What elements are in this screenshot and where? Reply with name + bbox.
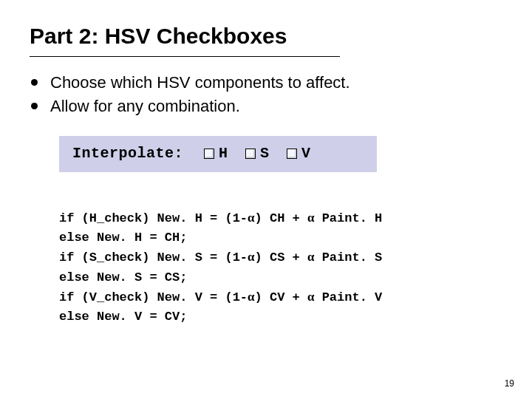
interpolate-label: Interpolate: <box>72 145 183 162</box>
checkbox-v-label: V <box>301 145 310 162</box>
checkbox-group: H S V <box>204 145 310 162</box>
page-number: 19 <box>505 378 514 389</box>
code-line: if (S_check) New. S = (1-α) CS + α Paint… <box>59 250 382 265</box>
alpha-symbol: α <box>248 211 255 225</box>
bullet-list: Choose which HSV components to affect. A… <box>30 72 502 117</box>
checkbox-v[interactable]: V <box>287 145 310 162</box>
interpolate-panel: Interpolate: H S V <box>59 136 377 172</box>
bullet-item: Allow for any combination. <box>30 95 502 117</box>
checkbox-h-label: H <box>219 145 228 162</box>
checkbox-s-label: S <box>260 145 269 162</box>
bullet-item: Choose which HSV components to affect. <box>30 72 502 94</box>
checkbox-box-icon[interactable] <box>245 149 256 159</box>
code-line: else New. V = CV; <box>59 310 187 324</box>
code-line: if (H_check) New. H = (1-α) CH + α Paint… <box>59 211 382 225</box>
title-underline <box>30 56 340 57</box>
checkbox-s[interactable]: S <box>245 145 269 162</box>
code-block: if (H_check) New. H = (1-α) CH + α Paint… <box>59 188 502 347</box>
slide-title: Part 2: HSV Checkboxes <box>30 24 502 52</box>
code-line: if (V_check) New. V = (1-α) CV + α Paint… <box>59 290 382 304</box>
code-line: else New. S = CS; <box>59 270 187 284</box>
checkbox-box-icon[interactable] <box>204 149 214 159</box>
alpha-symbol: α <box>248 290 255 304</box>
code-line: else New. H = CH; <box>59 231 187 245</box>
alpha-symbol: α <box>248 250 255 264</box>
checkbox-box-icon[interactable] <box>287 149 297 159</box>
checkbox-h[interactable]: H <box>204 145 228 162</box>
